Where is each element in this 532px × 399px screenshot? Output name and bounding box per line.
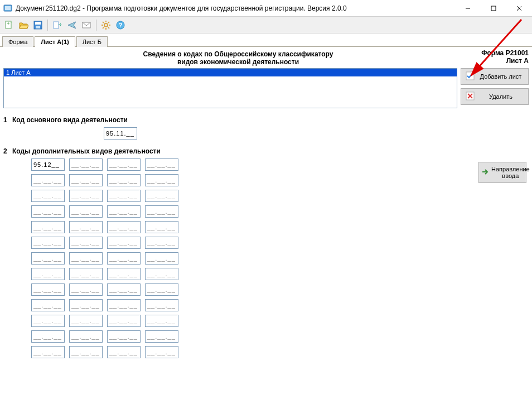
arrow-right-icon <box>481 168 489 177</box>
extra-code-input[interactable] <box>107 346 141 358</box>
extra-code-input[interactable] <box>31 283 65 296</box>
mail-button[interactable] <box>80 18 93 32</box>
extra-code-input[interactable] <box>107 299 141 311</box>
extra-code-input[interactable] <box>145 237 178 249</box>
delete-sheet-button[interactable]: Удалить <box>461 88 529 105</box>
extra-code-input[interactable] <box>31 315 65 327</box>
extra-code-input[interactable] <box>69 299 103 311</box>
extra-code-input[interactable] <box>145 252 178 265</box>
extra-code-input[interactable] <box>107 315 141 327</box>
codes-row <box>31 299 529 311</box>
extra-code-input[interactable] <box>31 330 65 343</box>
extra-code-input[interactable] <box>31 205 65 218</box>
titlebar: Документ251120.dg2 - Программа подготовк… <box>0 0 532 17</box>
extra-code-input[interactable] <box>145 174 178 186</box>
extra-code-input[interactable] <box>69 346 103 358</box>
toolbar-separator <box>47 20 48 31</box>
tab-sheet-a[interactable]: Лист А(1) <box>35 36 75 47</box>
section-1-label: Код основного вида деятельности <box>12 116 128 124</box>
page-header: Сведения о кодах по Общероссийскому клас… <box>3 49 473 67</box>
extra-code-input[interactable] <box>69 174 103 186</box>
check-icon <box>466 71 475 81</box>
extra-code-input[interactable] <box>145 315 178 327</box>
tab-sheet-b[interactable]: Лист Б <box>76 36 108 47</box>
extra-code-input[interactable] <box>69 158 103 171</box>
extra-code-input[interactable] <box>69 190 103 202</box>
extra-code-input[interactable] <box>107 205 141 218</box>
help-button[interactable]: ? <box>114 18 127 32</box>
delete-icon <box>466 92 475 102</box>
svg-rect-1 <box>5 6 11 10</box>
extra-code-input[interactable] <box>69 268 103 280</box>
extra-code-input[interactable] <box>145 268 178 280</box>
new-doc-button[interactable] <box>2 18 16 32</box>
codes-row <box>31 205 529 218</box>
extra-code-input[interactable] <box>107 283 141 296</box>
extra-code-input[interactable] <box>107 174 141 186</box>
extra-code-input[interactable] <box>107 158 141 171</box>
extra-code-input[interactable] <box>69 221 103 233</box>
extra-codes-grid <box>31 158 529 358</box>
tab-form[interactable]: Форма <box>2 36 33 47</box>
extra-code-input[interactable] <box>145 205 178 218</box>
svg-rect-3 <box>491 6 496 11</box>
extra-code-input[interactable] <box>31 221 65 233</box>
extra-code-input[interactable] <box>145 190 178 202</box>
svg-rect-11 <box>35 22 41 25</box>
svg-text:?: ? <box>119 22 123 28</box>
extra-code-input[interactable] <box>69 237 103 249</box>
extra-code-input[interactable] <box>69 330 103 343</box>
header-line1: Сведения о кодах по Общероссийскому клас… <box>3 50 473 58</box>
close-button[interactable] <box>506 0 532 17</box>
extra-code-input[interactable] <box>31 252 65 265</box>
extra-code-input[interactable] <box>107 237 141 249</box>
extra-code-input[interactable] <box>31 158 65 171</box>
codes-row <box>31 190 529 202</box>
app-icon <box>3 4 12 13</box>
form-code: Форма Р21001 <box>473 49 529 57</box>
settings-button[interactable] <box>99 18 113 32</box>
codes-row <box>31 283 529 296</box>
save-button[interactable] <box>31 18 45 32</box>
codes-row <box>31 315 529 327</box>
open-button[interactable] <box>17 18 30 32</box>
add-sheet-label: Добавить лист <box>478 73 524 80</box>
extra-code-input[interactable] <box>145 283 178 296</box>
svg-point-15 <box>104 23 108 27</box>
send-button[interactable] <box>65 18 79 32</box>
extra-code-input[interactable] <box>69 283 103 296</box>
add-sheet-button[interactable]: Добавить лист <box>461 68 529 85</box>
codes-row <box>31 346 529 358</box>
extra-code-input[interactable] <box>145 330 178 343</box>
extra-code-input[interactable] <box>145 299 178 311</box>
extra-code-input[interactable] <box>31 174 65 186</box>
extra-code-input[interactable] <box>31 190 65 202</box>
extra-code-input[interactable] <box>69 315 103 327</box>
extra-code-input[interactable] <box>31 237 65 249</box>
sheet-name: Лист А <box>473 57 529 65</box>
tabs: Форма Лист А(1) Лист Б <box>0 33 532 47</box>
extra-code-input[interactable] <box>107 221 141 233</box>
extra-code-input[interactable] <box>107 190 141 202</box>
main-code-input[interactable] <box>104 127 137 140</box>
minimize-button[interactable] <box>455 0 481 17</box>
extra-code-input[interactable] <box>69 205 103 218</box>
input-direction-button[interactable]: Направление ввода <box>478 162 526 183</box>
extra-code-input[interactable] <box>107 330 141 343</box>
extra-code-input[interactable] <box>107 268 141 280</box>
sheet-list-item[interactable]: 1 Лист А <box>4 69 457 76</box>
extra-code-input[interactable] <box>107 252 141 265</box>
sheet-list[interactable]: 1 Лист А <box>3 68 457 108</box>
maximize-button[interactable] <box>481 0 506 17</box>
extra-code-input[interactable] <box>31 299 65 311</box>
section-extra-codes: 2 Коды дополнительных видов деятельности <box>3 147 529 358</box>
extra-code-input[interactable] <box>31 346 65 358</box>
export-button[interactable] <box>51 18 64 32</box>
direction-label: Направление ввода <box>491 166 530 179</box>
extra-code-input[interactable] <box>145 158 178 171</box>
extra-code-input[interactable] <box>145 221 178 233</box>
extra-code-input[interactable] <box>31 268 65 280</box>
extra-code-input[interactable] <box>145 346 178 358</box>
delete-label: Удалить <box>478 93 524 100</box>
extra-code-input[interactable] <box>69 252 103 265</box>
